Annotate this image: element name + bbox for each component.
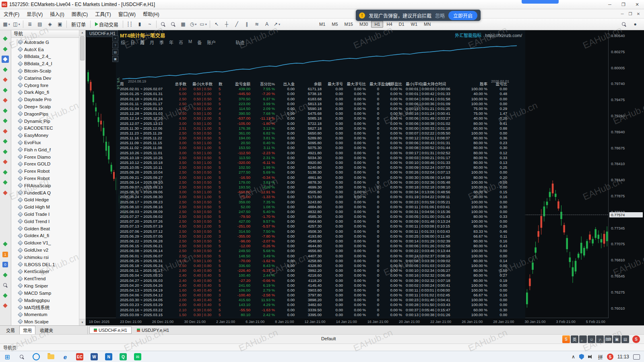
timeframe-h1[interactable]: H1 (371, 21, 383, 28)
fibo-button[interactable]: ≋ (252, 19, 262, 29)
navigator-item[interactable]: Fish n Grid_f (11, 146, 85, 153)
timeframe-d1[interactable]: D1 (396, 21, 408, 28)
enable-block-button[interactable]: 立即开启 (448, 11, 477, 20)
qq-button[interactable]: Q (116, 351, 130, 362)
wechat-button[interactable]: ✉ (130, 351, 145, 362)
profiles-button[interactable]: ◫▾ (12, 19, 21, 29)
chart-tab[interactable]: USDCHF.e,H1 (89, 327, 132, 334)
navigator-item[interactable]: Deep+ Scalp (11, 103, 85, 110)
navigator-item[interactable]: ILBOSS DEL 1 (11, 261, 85, 268)
timeframe-m5[interactable]: M5 (328, 21, 341, 28)
navigator-item[interactable]: FundedEA Q (11, 189, 85, 197)
sell-marker-icon[interactable] (2, 97, 9, 104)
navigator-item[interactable]: Forex Robot (11, 175, 85, 182)
templates-button[interactable]: ▭▾ (198, 19, 208, 29)
ime-punct-icon[interactable]: 。 (579, 335, 587, 343)
toolbox-tab[interactable]: 交易 (2, 326, 19, 335)
sell-marker-icon[interactable] (2, 76, 9, 83)
minimize-button[interactable]: ─ (603, 0, 617, 9)
sell-marker-icon[interactable] (2, 158, 9, 165)
grid-icon[interactable]: ▤ (112, 49, 118, 55)
help-circle-button[interactable]: ● (630, 19, 640, 29)
buy-marker-icon[interactable] (2, 179, 9, 186)
navigator-item[interactable]: BBdata_2.4_ (11, 53, 85, 60)
edge-button[interactable]: e (58, 351, 72, 362)
ime-logo-icon[interactable]: S (562, 335, 570, 343)
buy-marker-icon[interactable] (2, 46, 9, 53)
indicators-button[interactable]: ▦ (178, 19, 188, 29)
alert-badge-icon[interactable]: 1 (2, 251, 9, 258)
start-button[interactable]: ⊞ (0, 351, 14, 362)
navigator-item[interactable]: EasyMoney (11, 132, 85, 139)
menu-item[interactable]: 窗口(W) (115, 10, 139, 18)
navigator-item[interactable]: FRAisaScalp (11, 182, 85, 189)
buy-marker-icon[interactable] (2, 138, 9, 145)
close-button[interactable]: ✕ (630, 0, 644, 9)
mdi-minimize-button[interactable]: ─ (618, 12, 626, 16)
buy-marker-icon[interactable] (2, 87, 9, 94)
navigator-button[interactable]: ◈ (45, 19, 55, 29)
terminal-button[interactable]: ▣ (55, 19, 65, 29)
menu-item[interactable]: 文件(F) (0, 10, 23, 18)
volume-icon[interactable] (588, 354, 594, 359)
clock[interactable]: 11:13 (617, 354, 629, 360)
timeframe-m30[interactable]: M30 (356, 21, 371, 28)
ime-voice-icon[interactable]: ♪ (596, 335, 604, 343)
navigator-item[interactable]: Golden Beat (11, 225, 85, 232)
navigator-item[interactable]: Forex Robot (11, 168, 85, 175)
ime-toolbox-icon[interactable]: ▤ (621, 335, 629, 343)
cortana-button[interactable] (29, 351, 43, 362)
scrollbar-thumb[interactable] (80, 36, 85, 60)
navigator-item[interactable]: Autotrade G (11, 39, 85, 46)
menu-item[interactable]: 工具(T) (91, 10, 114, 18)
ime-skin-icon[interactable]: ▣ (613, 335, 621, 343)
ime-keyboard-icon[interactable]: ⌨ (605, 335, 612, 343)
taskbar-search-button[interactable] (14, 351, 29, 362)
timeframe-m1[interactable]: M1 (316, 21, 328, 28)
crosshair-button[interactable]: ┼ (222, 19, 231, 29)
ime-emoji-icon[interactable]: ☺ (588, 335, 595, 343)
navigator-item[interactable]: Catarina Dev (11, 74, 85, 82)
price-axis[interactable]: 0.805400.802750.800050.797400.794750.792… (608, 29, 644, 318)
navigator-item[interactable]: Gold Hedge (11, 197, 85, 204)
navigator-item[interactable]: Dark Algo_fi (11, 89, 85, 96)
navigator-item[interactable]: EACODETEC (11, 125, 85, 132)
cursor-button[interactable]: ↖ (212, 19, 221, 29)
new-chart-button[interactable]: ▦▾ (2, 19, 11, 29)
buy-marker-icon[interactable] (2, 117, 9, 124)
market-watch-button[interactable]: ≣ (25, 19, 35, 29)
timeframe-w1[interactable]: W1 (408, 21, 421, 28)
navigator-item[interactable]: Bitcoin-Scalp (11, 67, 85, 74)
data-window-button[interactable]: ▤ (35, 19, 45, 29)
navigator-item[interactable]: Gold Trade I (11, 211, 85, 218)
sell-marker-icon[interactable] (2, 302, 9, 309)
buy-marker-icon[interactable] (2, 66, 9, 73)
navigator-scrollbar[interactable]: ▲ ▼ (79, 29, 85, 325)
word-button[interactable]: W (87, 351, 101, 362)
buy-marker-icon[interactable] (2, 148, 9, 155)
mt4-app-button[interactable]: EC (72, 351, 87, 362)
navigator-item[interactable]: Forex GOLD (11, 161, 85, 168)
navigator-tab[interactable]: 收藏夹 (36, 326, 57, 335)
brand-url[interactable]: https://fxznzb.com/ (485, 33, 522, 38)
trendline-button[interactable]: ╱ (232, 19, 242, 29)
mdi-close-button[interactable]: ✕ (634, 12, 642, 16)
navigator-item[interactable]: KentScalper (11, 268, 85, 275)
security-shield-icon[interactable] (579, 354, 584, 360)
line-chart-button[interactable]: ~ (145, 19, 155, 29)
periods-button[interactable]: ◷▾ (188, 19, 198, 29)
navigator-item[interactable]: Goldex AI_fi (11, 232, 85, 240)
navigator-item[interactable]: BBdata_2.4_I (11, 60, 85, 67)
file-explorer-button[interactable] (43, 351, 58, 362)
menu-item[interactable]: 帮助(H) (139, 10, 163, 18)
chart-tab[interactable]: USDJPY.e,H1 (132, 327, 173, 334)
tray-expand-icon[interactable]: ∧ (572, 354, 575, 360)
navigator-item[interactable]: KentTrend (11, 275, 85, 282)
onenote-button[interactable]: N (101, 351, 116, 362)
navigator-item[interactable]: Gold High M (11, 203, 85, 211)
sell-marker-icon[interactable] (2, 128, 9, 135)
navigator-item[interactable]: GoldUxe v2 (11, 246, 85, 254)
zoom-out-button[interactable] (168, 19, 178, 29)
buy-marker-icon[interactable] (2, 292, 9, 299)
sogou-icon[interactable]: S (607, 354, 613, 360)
